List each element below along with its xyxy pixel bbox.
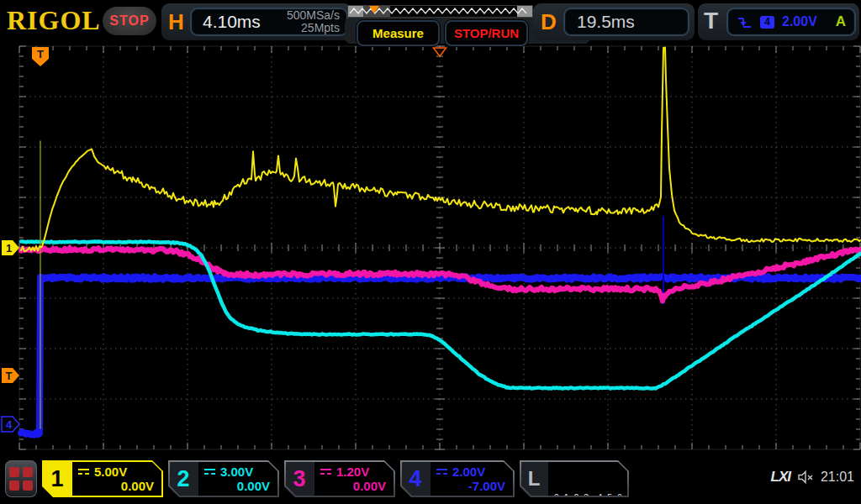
timebase-value: 4.10ms: [192, 12, 261, 32]
channel-1-scale: 5.00V: [94, 465, 127, 479]
delay-center-marker[interactable]: [434, 48, 446, 56]
run-state-indicator[interactable]: STOP: [103, 7, 156, 35]
channel-4-scale: 2.00V: [452, 465, 485, 479]
channel-1-box[interactable]: 1 5.00V 0.00V: [42, 460, 163, 497]
measure-button[interactable]: Measure: [357, 20, 440, 46]
sample-rate: 500MSa/s 25Mpts: [287, 9, 346, 34]
trace-ch1: [21, 48, 860, 252]
menu-grid-icon: [9, 467, 33, 491]
delay-panel[interactable]: D 19.5ms: [533, 3, 695, 40]
trace-ch2: [21, 241, 860, 388]
channel-2-box[interactable]: 2 3.00V 0.00V: [168, 460, 279, 497]
channel-4-offset: -7.00V: [430, 479, 513, 493]
top-toolbar: RIGOL STOP H 4.10ms 500MSa/s 25Mpts Meas…: [0, 0, 861, 44]
channel-1-zero-marker[interactable]: 1: [2, 240, 19, 255]
falling-edge-icon: [737, 14, 753, 29]
channel-4-box[interactable]: 4 2.00V -7.00V: [400, 460, 515, 497]
dc-coupling-icon: [203, 468, 216, 476]
sound-muted-icon: [797, 470, 814, 485]
channel-2-number: 2: [168, 460, 198, 497]
channel-2-offset: 0.00V: [198, 479, 277, 493]
trace-ch4: [21, 276, 860, 434]
svg-text:T: T: [6, 370, 13, 382]
trigger-level-marker[interactable]: T: [2, 368, 19, 383]
memory-position-bar[interactable]: [347, 5, 533, 18]
channel-4-number: 4: [400, 460, 430, 497]
trigger-level-value: 2.00V: [782, 14, 817, 29]
dc-coupling-icon: [320, 468, 332, 476]
svg-text:4: 4: [6, 418, 13, 431]
delay-label: D: [541, 9, 557, 35]
channel-1-offset: 0.00V: [72, 479, 161, 493]
clock: 21:01: [821, 470, 854, 485]
channel-status-bar: 1 5.00V 0.00V 2 3.00V 0.00V 3 1.20V 0.00…: [0, 457, 861, 504]
logic-channels-box[interactable]: L 0 1 2 3 4 5 6 7 8 9 10 11 12 13 14 15: [520, 460, 629, 497]
channel-1-number: 1: [42, 460, 72, 497]
rigol-logo: RIGOL: [7, 5, 101, 36]
stop-run-button[interactable]: STOP/RUN: [445, 20, 528, 46]
channel-3-box[interactable]: 3 1.20V 0.00V: [284, 460, 395, 497]
channel-2-scale: 3.00V: [220, 465, 253, 479]
horizontal-label: H: [168, 9, 184, 35]
trigger-position-marker[interactable]: T: [32, 47, 49, 66]
scope-display: 1T4T: [0, 0, 861, 457]
dc-coupling-icon: [77, 468, 90, 476]
channel-3-offset: 0.00V: [314, 479, 394, 493]
status-area: LXI 21:01: [771, 469, 855, 486]
trigger-mode: A: [836, 13, 854, 30]
logic-row-1: 0 1 2 3 4 5 6 7: [554, 491, 624, 504]
dc-coupling-icon: [436, 468, 448, 476]
menu-button[interactable]: [5, 460, 37, 497]
channel-4-zero-marker[interactable]: 4: [2, 417, 19, 432]
delay-value: 19.5ms: [565, 12, 635, 32]
logic-label: L: [520, 460, 548, 497]
trigger-label: T: [704, 8, 718, 34]
channel-3-number: 3: [284, 460, 314, 497]
horizontal-panel[interactable]: H 4.10ms 500MSa/s 25Mpts: [161, 3, 351, 40]
svg-text:T: T: [37, 48, 44, 60]
trigger-source-badge: 4: [760, 16, 774, 29]
channel-3-scale: 1.20V: [336, 465, 369, 479]
svg-text:1: 1: [6, 242, 12, 255]
lxi-indicator: LXI: [771, 469, 790, 486]
trigger-panel[interactable]: T 4 2.00V A: [698, 3, 859, 40]
